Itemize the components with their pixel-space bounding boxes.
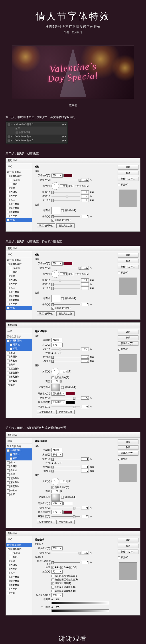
cancel-button[interactable]: 取消 — [118, 336, 139, 340]
step-3-title: 第三步，图层2，投影设置，斜面和浮雕设置 — [5, 240, 141, 244]
header: 情人节字体特效 只需5分钟快速打造高质感字体特效 作者：艺风设计 — [0, 0, 146, 41]
style-texture[interactable]: 纹理 — [6, 182, 32, 186]
step-3: 第三步，图层2，投影设置，斜面和浮雕设置 图层样式 样式 混合选项:默认 斜面和… — [5, 240, 141, 418]
style-bevel[interactable]: 斜面和浮雕 — [6, 174, 32, 178]
cancel-button[interactable]: 取消 — [118, 259, 139, 263]
shadow-settings: 投影 结构 混合模式(B): 正常▼ 不透明度(O): 100 % 角度(A):… — [32, 163, 116, 232]
noise-slider[interactable] — [52, 216, 80, 217]
layer-style-dialog-bevel3: 图层样式 样式 混合选项:默认 斜面和浮雕 等高线 纹理 描边 内阴影 内发光 … — [5, 322, 141, 418]
layer-style-dialog-shadow2: 图层样式 样式 混合选项:默认 斜面和浮雕 等高线 纹理 描边 内阴影 内发光 … — [5, 246, 141, 320]
style-drop-shadow[interactable]: 投影 — [6, 218, 32, 222]
blend-if-this-slider[interactable] — [52, 602, 109, 604]
style-blend[interactable]: 混合选项:自定 — [6, 543, 32, 547]
style-pattern-overlay[interactable]: 图案叠加 — [6, 210, 32, 214]
layer-name: Valentine's 副本 — [15, 135, 31, 138]
reset-default-button[interactable]: 复位为默认值 — [56, 224, 74, 228]
step-1-title: 第一步，创建字体图层，复制2个，英文字体"Cylburn"。 — [5, 115, 141, 119]
layer-group-bottom[interactable]: ▶T Valentine's 副本 3 fx ▾ — [7, 138, 67, 142]
layer-group-mid[interactable]: ▶T Valentine's 副本 fx ▾ — [7, 134, 67, 138]
set-default-button[interactable]: 设置为默认值 — [37, 224, 55, 228]
opacity-slider[interactable] — [52, 180, 80, 180]
style-gradient-overlay[interactable]: 渐变叠加 — [6, 206, 32, 210]
spread-input[interactable]: 50 — [81, 194, 89, 198]
blend-mode-select[interactable]: 正常▼ — [52, 174, 63, 178]
step-2: 第二步，图层1，投影设置 图层样式 样式 混合选项:默认 斜面和浮雕 等高线 纹… — [5, 152, 141, 232]
visibility-icon[interactable] — [7, 124, 10, 126]
style-bevel[interactable]: 斜面和浮雕 — [6, 338, 32, 342]
layer-style-dialog-blend: 图层样式 样式 混合选项:自定 斜面和浮雕 等高线 纹理 描边 内阴影 内发光 … — [5, 530, 141, 616]
ok-button[interactable]: 确定 — [118, 165, 139, 170]
style-bevel[interactable]: 斜面和浮雕 — [6, 448, 32, 452]
hero-image: Valentine's Day Special — [12, 46, 134, 99]
global-light-cb[interactable] — [72, 185, 74, 187]
cancel-button[interactable]: 取消 — [118, 445, 139, 450]
cancel-button[interactable]: 取消 — [118, 544, 139, 548]
page-title: 情人节字体特效 — [0, 10, 146, 22]
style-inner-glow[interactable]: 内发光 — [6, 194, 32, 198]
layer-fx-item[interactable]: 斜面和浮雕 — [7, 130, 67, 134]
style-color-overlay[interactable]: 颜色叠加 — [6, 202, 32, 206]
color-swatch[interactable] — [64, 174, 72, 177]
step-4-title: 第四步，图层3，斜面和浮雕与填充透明0%设置 — [5, 426, 141, 430]
visibility-icon[interactable] — [7, 136, 10, 138]
layers-panel: ▼ TValentine's 副本 2 fx ▾ 效果 斜面和浮雕 ▶T Val… — [5, 122, 68, 144]
dialog-buttons: 确定 取消 新建样式(W)... 预览(V) — [116, 163, 140, 232]
cancel-button[interactable]: 取消 — [118, 171, 139, 175]
distance-input[interactable]: 10 — [81, 190, 89, 194]
author-line: 作者：艺风设计 — [0, 30, 146, 34]
fill-opacity-slider[interactable] — [52, 562, 80, 563]
fill-opacity-input[interactable]: 0 — [81, 561, 89, 564]
style-bevel[interactable]: 斜面和浮雕 — [6, 262, 32, 266]
style-outer-glow[interactable]: 外发光 — [6, 214, 32, 218]
expand-icon[interactable]: ▼ — [11, 124, 13, 126]
step-4: 第四步，图层3，斜面和浮雕与填充透明0%设置 图层样式 样式 混合选项:自定 斜… — [5, 426, 141, 616]
layer-name: Valentine's 副本 3 — [15, 139, 33, 142]
hero-caption: 效果图 — [0, 103, 146, 107]
hero-text: Valentine's Day Special — [12, 46, 134, 99]
knockout-cb[interactable] — [52, 219, 54, 222]
angle-input[interactable]: 120 — [60, 184, 68, 188]
size-slider[interactable] — [52, 200, 80, 200]
opacity-input[interactable]: 100 — [81, 178, 89, 182]
ok-button[interactable]: 确定 — [118, 440, 139, 444]
style-contour[interactable]: 等高线 — [6, 178, 32, 182]
style-satin[interactable]: 光泽 — [6, 198, 32, 202]
ok-button[interactable]: 确定 — [118, 538, 139, 542]
angle-dial[interactable] — [52, 182, 59, 190]
step-2-title: 第二步，图层1，投影设置 — [5, 152, 141, 156]
page-subtitle: 只需5分钟快速打造高质感字体特效 — [0, 25, 146, 29]
preview-thumbnail — [119, 190, 137, 208]
dialog-title: 图层样式 — [6, 158, 140, 163]
layer-style-dialog-shadow1: 图层样式 样式 混合选项:默认 斜面和浮雕 等高线 纹理 描边 内阴影 内发光 … — [5, 158, 141, 232]
size-input[interactable]: 10 — [81, 198, 89, 202]
style-stroke[interactable]: 描边 — [6, 186, 32, 190]
layer-style-dialog-bevel4: 图层样式 样式 混合选项:自定 斜面和浮雕 等高线 纹理 描边 内阴影 内发光 … — [5, 432, 141, 528]
layer-group-top[interactable]: ▼ TValentine's 副本 2 fx ▾ — [7, 122, 67, 126]
ok-button[interactable]: 确定 — [118, 330, 139, 334]
style-inner-shadow[interactable]: 内阴影 — [6, 190, 32, 194]
visibility-icon[interactable] — [7, 140, 10, 142]
layer-name: Valentine's 副本 2 — [16, 123, 33, 126]
visibility-icon[interactable] — [15, 132, 18, 134]
layer-fx[interactable]: 效果 — [7, 126, 67, 130]
spread-slider[interactable] — [52, 196, 80, 196]
step-1: 第一步，创建字体图层，复制2个，英文字体"Cylburn"。 ▼ TValent… — [5, 115, 141, 144]
contour-picker[interactable] — [52, 207, 60, 214]
style-drop-shadow[interactable]: 投影 — [6, 306, 32, 310]
thanks-text: 谢谢观看 — [0, 623, 146, 644]
new-style-button[interactable]: 新建样式(W)... — [118, 177, 139, 181]
blend-if-under-slider[interactable] — [52, 610, 109, 612]
style-list: 样式 混合选项:默认 斜面和浮雕 等高线 纹理 描边 内阴影 内发光 光泽 颜色… — [6, 163, 32, 232]
anti-alias-cb[interactable] — [61, 210, 64, 212]
preview-cb[interactable] — [118, 184, 120, 186]
style-blend[interactable]: 混合选项:默认 — [6, 170, 32, 174]
distance-slider[interactable] — [52, 192, 80, 192]
noise-input[interactable]: 0 — [81, 215, 89, 218]
ok-button[interactable]: 确定 — [118, 253, 139, 258]
